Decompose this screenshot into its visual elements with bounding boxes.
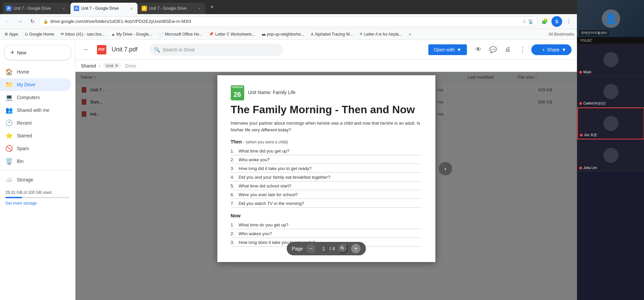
right-panel: 👤 국제언어치험센터 YGLEC Mujin Caden(박정민) J — [577, 0, 644, 300]
tab-close-3[interactable]: ✕ — [197, 6, 202, 11]
tab-1[interactable]: Unit 7 - Google Drive ✕ — [3, 3, 70, 14]
letter-c-icon: 📌 — [209, 32, 214, 36]
extensions-button[interactable]: 🧩 — [539, 16, 550, 27]
pdf-next-arrow[interactable]: › — [439, 162, 452, 175]
pdf-unit-badge: HORIZON 26 — [231, 85, 244, 100]
tab-3[interactable]: Unit 7 - Google Drive ✕ — [138, 3, 205, 14]
alphabet-icon: A — [311, 32, 313, 36]
sidebar-starred-label: Starred — [17, 133, 32, 138]
tab-2[interactable]: Unit 7 - Google Drive ✕ — [70, 3, 138, 14]
pdf-instructions: Interview your partner about mornings wh… — [231, 120, 422, 133]
page-zoom-in-button[interactable]: + — [351, 244, 361, 253]
sidebar-item-bin[interactable]: 🗑️ Bin — [0, 155, 71, 168]
sidebar-item-computers[interactable]: 💻 Computers — [0, 91, 71, 104]
yglec-label: YGLEC — [577, 37, 644, 44]
apps-icon: ⊞ — [5, 32, 8, 36]
jun-status-dot — [580, 134, 583, 136]
back-button[interactable]: ← — [3, 16, 13, 27]
main-content: ← PDF Unit 7.pdf 🔍 Search in Drive Open … — [75, 40, 577, 300]
open-with-chevron-icon: ▼ — [457, 47, 462, 52]
tab-favicon-3 — [142, 6, 147, 11]
now-section-title: Now — [231, 213, 422, 218]
storage-usage-label: 26.01 GB of 100 GB used — [5, 190, 70, 195]
more-actions-button[interactable]: ⋮ — [517, 44, 529, 56]
reload-button[interactable]: ↻ — [27, 16, 38, 27]
all-bookmarks-label[interactable]: All Bookmarks — [548, 32, 574, 37]
bookmark-letter-a[interactable]: ✈ Letter A is for Airpla... — [358, 31, 404, 37]
storage-fill — [5, 197, 22, 198]
sidebar-item-home[interactable]: 🏠 Home — [0, 66, 71, 78]
bookmark-office[interactable]: 📄 Microsoft Office Ho... — [157, 31, 205, 37]
header-actions: 👁 💬 🖨 ⋮ 👤+ Share ▼ — [472, 44, 572, 56]
drive-icon: ▲ — [111, 32, 115, 36]
drive-header: ← PDF Unit 7.pdf 🔍 Search in Drive Open … — [75, 40, 577, 60]
pdf-unit-header: HORIZON 26 Unit Name: Family Life — [231, 85, 422, 100]
office-icon: 📄 — [159, 32, 164, 36]
page-num-display: / 4 — [319, 246, 335, 251]
get-storage-button[interactable]: Get more storage — [5, 201, 70, 206]
pdf-file-icon: PDF — [97, 45, 106, 54]
tab-label-3: Unit 7 - Google Drive — [149, 6, 195, 11]
bookmark-google-home-label: Google Home — [29, 32, 54, 37]
open-with-button[interactable]: Open with ▼ — [428, 44, 467, 55]
comment-button[interactable]: 💬 — [487, 44, 499, 56]
tab-close-1[interactable]: ✕ — [61, 6, 66, 11]
new-button[interactable]: + New — [4, 45, 71, 60]
bookmarks-more-button[interactable]: » — [407, 31, 413, 37]
juha-name-label: Juha Lim — [579, 166, 597, 170]
tab-favicon-2 — [74, 6, 79, 11]
forward-button[interactable]: → — [15, 16, 25, 27]
bookmark-apps[interactable]: ⊞ Apps — [3, 31, 20, 37]
preview-button[interactable]: 👁 — [472, 44, 484, 56]
tab-bar: Unit 7 - Google Drive ✕ Unit 7 - Google … — [0, 0, 577, 14]
bookmark-star-icon[interactable]: ☆ — [522, 19, 527, 24]
bookmark-inbox[interactable]: ✉ Inbox (41) - sam.bra... — [59, 31, 107, 37]
mail-icon: ✉ — [61, 32, 64, 36]
page-prev-button[interactable]: − — [306, 244, 316, 253]
filter-close-icon[interactable]: ✕ — [115, 63, 118, 68]
then-q4: 4. Did you and your family eat breakfast… — [231, 173, 422, 181]
cast-icon[interactable]: 📡 — [528, 19, 534, 24]
jun-avatar — [603, 116, 619, 131]
bookmark-popup-label: pop-up-neighborho... — [267, 32, 304, 37]
share-button[interactable]: 👤+ Share ▼ — [531, 44, 572, 55]
print-button[interactable]: 🖨 — [502, 44, 514, 56]
bookmark-my-drive-label: My Drive - Google... — [116, 32, 152, 37]
bookmark-alphabet[interactable]: A Alphabet Tracing W... — [309, 31, 355, 37]
profile-button[interactable]: S — [551, 16, 562, 27]
page-separator: / — [330, 246, 331, 251]
page-zoom-out-button[interactable]: 🔍 — [338, 244, 348, 253]
sidebar-item-recent[interactable]: 🕐 Recent — [0, 117, 71, 129]
new-tab-button[interactable]: + — [207, 2, 217, 12]
nav-bar: ← → ↻ 🔒 drive.google.com/drive/folders/1… — [0, 14, 577, 29]
pdf-title: The Family Morning - Then and Now — [231, 103, 422, 116]
mujin-status-dot — [579, 71, 582, 74]
bookmark-my-drive[interactable]: ▲ My Drive - Google... — [109, 31, 154, 37]
then-q2: 2. Who woke you? — [231, 156, 422, 164]
sidebar-item-my-drive[interactable]: 📁 My Drive — [0, 78, 71, 91]
settings-button[interactable]: ⋮ — [564, 16, 574, 27]
pdf-badge-label: HORIZON — [232, 86, 243, 89]
drive-back-button[interactable]: ← — [81, 44, 92, 55]
search-box[interactable]: 🔍 Search in Drive — [150, 44, 283, 56]
participant-caden: Caden(박정민) — [577, 76, 644, 108]
content-area: Name ↑ Owner Last modified File size ↑ 📕… — [75, 72, 577, 300]
search-container: 🔍 Search in Drive — [150, 44, 283, 56]
tab-favicon-1 — [6, 6, 11, 11]
page-number-input[interactable] — [319, 246, 328, 251]
sidebar-item-storage[interactable]: ☁️ Storage — [0, 173, 71, 186]
address-bar[interactable]: 🔒 drive.google.com/drive/folders/1dOE1-9… — [39, 16, 538, 27]
bookmark-popup[interactable]: 🏘 pop-up-neighborho... — [260, 31, 306, 37]
sidebar-item-starred[interactable]: ⭐ Starred — [0, 129, 71, 142]
sidebar-recent-label: Recent — [17, 120, 32, 126]
sidebar-item-shared[interactable]: 👥 Shared with me — [0, 104, 71, 117]
bookmark-letter-c[interactable]: 📌 Letter C Worksheets... — [207, 31, 257, 37]
tab-close-2[interactable]: ✕ — [129, 6, 134, 11]
main-video: 👤 국제언어치험센터 — [577, 0, 644, 37]
bookmark-google-home[interactable]: G Google Home — [23, 31, 56, 37]
sidebar-my-drive-label: My Drive — [17, 82, 35, 87]
sidebar-item-spam[interactable]: 🚫 Spam — [0, 142, 71, 155]
participant-mujin: Mujin — [577, 44, 644, 76]
participant-juha: Juha Lim — [577, 139, 644, 171]
bookmark-office-label: Microsoft Office Ho... — [165, 32, 203, 37]
